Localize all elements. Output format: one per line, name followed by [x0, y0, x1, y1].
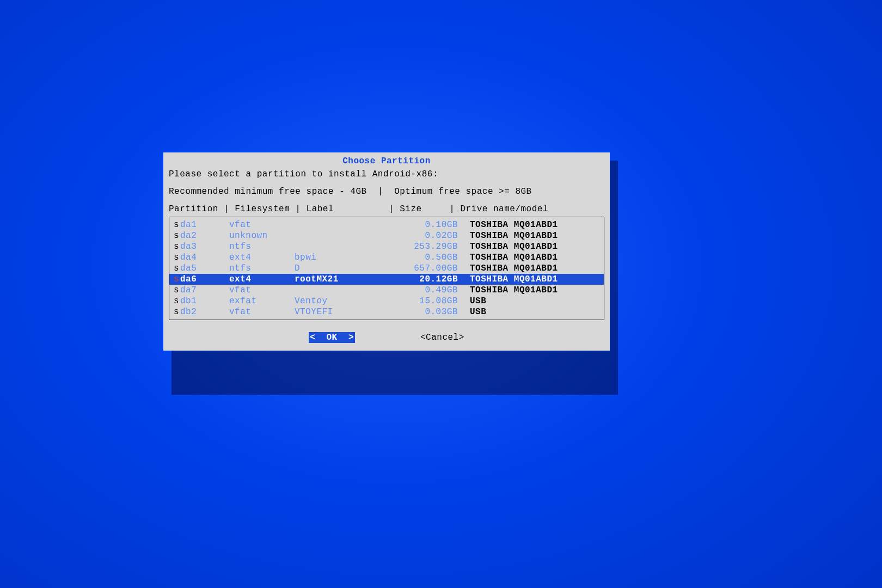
partition-name-cell: da4 [180, 252, 229, 263]
filesystem-cell: ext4 [229, 274, 295, 285]
partition-lead: s [169, 263, 180, 274]
label-cell: D [295, 263, 403, 274]
drive-cell: USB [468, 296, 604, 307]
partition-name-cell: da1 [180, 219, 229, 230]
partition-name-cell: da7 [180, 285, 229, 296]
filesystem-cell: unknown [229, 230, 295, 241]
partition-lead: s [169, 252, 180, 263]
partition-name-cell: da3 [180, 241, 229, 252]
partition-list[interactable]: sda1vfat0.10GBTOSHIBA MQ01ABD1sda2unknow… [169, 217, 604, 320]
partition-lead: s [169, 307, 180, 317]
size-cell: 0.02GB [403, 230, 468, 241]
size-cell: 0.10GB [403, 219, 468, 230]
label-cell: bpwi [295, 252, 403, 263]
drive-cell: TOSHIBA MQ01ABD1 [468, 219, 604, 230]
filesystem-cell: exfat [229, 296, 295, 307]
filesystem-cell: ntfs [229, 263, 295, 274]
filesystem-cell: ntfs [229, 241, 295, 252]
partition-lead: s [169, 296, 180, 307]
drive-cell: TOSHIBA MQ01ABD1 [468, 263, 604, 274]
size-cell: 20.12GB [403, 274, 468, 285]
partition-lead: s [169, 230, 180, 241]
label-cell: Ventoy [295, 296, 403, 307]
partition-row[interactable]: sda7vfat0.49GBTOSHIBA MQ01ABD1 [169, 285, 604, 296]
partition-name-cell: da2 [180, 230, 229, 241]
dialog-buttons: < OK > <Cancel> [169, 332, 604, 343]
drive-cell: TOSHIBA MQ01ABD1 [468, 241, 604, 252]
size-cell: 0.50GB [403, 252, 468, 263]
size-cell: 657.00GB [403, 263, 468, 274]
column-headers: Partition | Filesystem | Label | Size | … [169, 204, 604, 215]
drive-cell: TOSHIBA MQ01ABD1 [468, 252, 604, 263]
drive-cell: TOSHIBA MQ01ABD1 [468, 285, 604, 296]
partition-row[interactable]: sda3ntfs253.29GBTOSHIBA MQ01ABD1 [169, 241, 604, 252]
partition-row[interactable]: sda4ext4bpwi0.50GBTOSHIBA MQ01ABD1 [169, 252, 604, 263]
partition-name-cell: db1 [180, 296, 229, 307]
partition-row[interactable]: sda2unknown0.02GBTOSHIBA MQ01ABD1 [169, 230, 604, 241]
dialog-recommendation: Recommended minimum free space - 4GB | O… [169, 186, 604, 197]
filesystem-cell: vfat [229, 307, 295, 317]
partition-lead: s [169, 241, 180, 252]
size-cell: 253.29GB [403, 241, 468, 252]
drive-cell: USB [468, 307, 604, 317]
partition-lead: s [169, 285, 180, 296]
filesystem-cell: vfat [229, 219, 295, 230]
filesystem-cell: ext4 [229, 252, 295, 263]
partition-row[interactable]: sdb1exfatVentoy15.08GBUSB [169, 296, 604, 307]
partition-name-cell: da6 [180, 274, 229, 285]
choose-partition-dialog: Choose Partition Please select a partiti… [163, 152, 610, 351]
partition-name-cell: db2 [180, 307, 229, 317]
partition-lead: s [169, 219, 180, 230]
partition-row[interactable]: sda1vfat0.10GBTOSHIBA MQ01ABD1 [169, 219, 604, 230]
partition-row[interactable]: sdb2vfatVTOYEFI0.03GBUSB [169, 307, 604, 317]
dialog-title: Choose Partition [169, 156, 604, 167]
partition-lead: s [169, 274, 180, 285]
ok-button[interactable]: < OK > [309, 332, 355, 343]
partition-name-cell: da5 [180, 263, 229, 274]
partition-row[interactable]: sda6ext4rootMX2120.12GBTOSHIBA MQ01ABD1 [169, 274, 604, 285]
size-cell: 0.49GB [403, 285, 468, 296]
filesystem-cell: vfat [229, 285, 295, 296]
cancel-button[interactable]: <Cancel> [420, 332, 464, 343]
drive-cell: TOSHIBA MQ01ABD1 [468, 274, 604, 285]
dialog-prompt: Please select a partition to install And… [169, 169, 604, 180]
size-cell: 0.03GB [403, 307, 468, 317]
partition-row[interactable]: sda5ntfsD657.00GBTOSHIBA MQ01ABD1 [169, 263, 604, 274]
label-cell: rootMX21 [295, 274, 403, 285]
label-cell: VTOYEFI [295, 307, 403, 317]
drive-cell: TOSHIBA MQ01ABD1 [468, 230, 604, 241]
size-cell: 15.08GB [403, 296, 468, 307]
